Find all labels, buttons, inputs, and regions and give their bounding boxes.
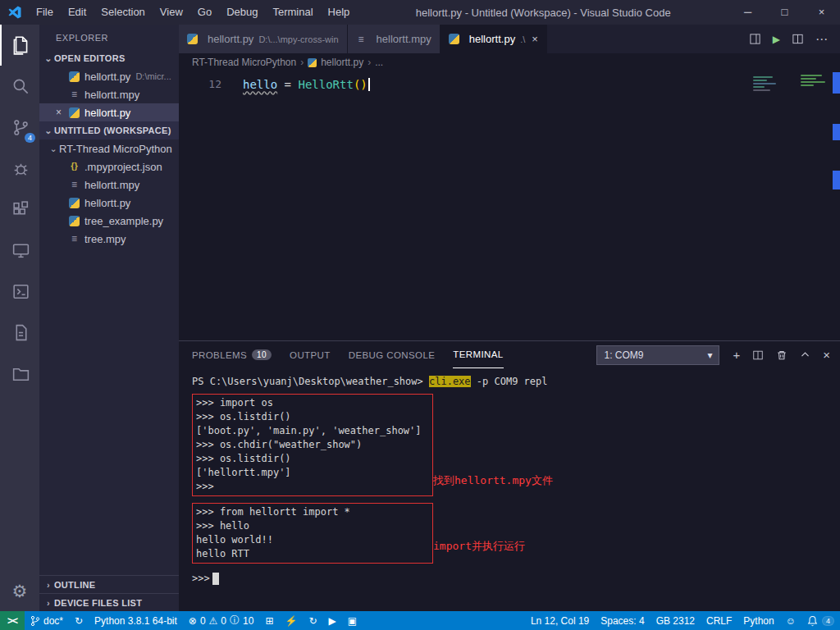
terminal-box-icon[interactable] xyxy=(0,271,39,312)
menu-go[interactable]: Go xyxy=(190,0,219,25)
open-editors-header[interactable]: ⌄ OPEN EDITORS xyxy=(39,49,179,67)
breadcrumb-symbol[interactable]: ... xyxy=(375,57,383,68)
python-file-icon xyxy=(69,107,80,118)
feedback-smiley-icon[interactable]: ☺ xyxy=(780,611,801,630)
file-hellortt-mpy[interactable]: ≡ hellortt.mpy xyxy=(39,176,179,194)
python-file-icon xyxy=(69,216,80,226)
breadcrumb-file[interactable]: hellortt.py xyxy=(321,57,363,68)
python-file-icon xyxy=(187,34,198,44)
close-icon[interactable]: × xyxy=(56,107,69,118)
menu-debug[interactable]: Debug xyxy=(219,0,265,25)
cursor-position-item[interactable]: Ln 12, Col 19 xyxy=(525,611,595,630)
workspace-header[interactable]: ⌄ UNTITLED (WORKSPACE) xyxy=(39,121,179,139)
close-icon[interactable]: × xyxy=(532,33,538,45)
git-branch-item[interactable]: doc* xyxy=(25,611,69,630)
problems-summary-item[interactable]: ⊗ 0 ⚠ 0 ⓘ 10 xyxy=(183,611,260,630)
remote-indicator[interactable]: >< xyxy=(0,611,25,630)
menu-edit[interactable]: Edit xyxy=(61,0,94,25)
warning-icon: ⚠ xyxy=(209,615,218,627)
tab-label: hellortt.py xyxy=(469,33,515,45)
run-icon[interactable]: ▶ xyxy=(323,611,342,630)
code-editor[interactable]: 12 hello = HelloRtt() xyxy=(179,71,840,340)
branch-name: doc* xyxy=(43,615,63,627)
menu-help[interactable]: Help xyxy=(321,0,358,25)
file-label: hellortt.mpy xyxy=(84,179,139,191)
run-file-icon[interactable]: ▶ xyxy=(773,34,780,45)
device-folder-icon[interactable] xyxy=(0,353,39,394)
language-mode-item[interactable]: Python xyxy=(737,611,779,630)
indentation-item[interactable]: Spaces: 4 xyxy=(595,611,650,630)
tab-terminal[interactable]: TERMINAL xyxy=(453,341,503,368)
chevron-down-icon: ▾ xyxy=(707,349,712,361)
file-label: tree.mpy xyxy=(84,233,126,245)
remote-device-icon[interactable] xyxy=(0,230,39,271)
eol-item[interactable]: CRLF xyxy=(701,611,737,630)
encoding-item[interactable]: GB 2312 xyxy=(651,611,701,630)
tab-hellortt-mpy[interactable]: ≡ hellortt.mpy xyxy=(348,25,441,53)
device-files-list-section[interactable]: › DEVICE FILES LIST xyxy=(39,593,179,611)
source-control-icon[interactable]: 4 xyxy=(0,107,39,148)
open-editor-hellortt-py-2-active[interactable]: × hellortt.py xyxy=(39,103,179,121)
open-editor-hellortt-py-1[interactable]: hellortt.py D:\micr... xyxy=(39,67,179,85)
warning-count: 0 xyxy=(221,615,226,627)
extensions-icon[interactable] xyxy=(0,189,39,230)
output-label: OUTPUT xyxy=(290,350,331,360)
maximize-button[interactable]: □ xyxy=(766,0,803,25)
open-editor-label: hellortt.mpy xyxy=(84,89,139,101)
settings-gear-icon[interactable]: ⚙ xyxy=(0,572,39,611)
close-panel-icon[interactable]: × xyxy=(823,348,830,362)
search-icon[interactable] xyxy=(0,66,39,107)
flash-download-icon[interactable]: ⚡ xyxy=(279,611,303,630)
breadcrumb-folder[interactable]: RT-Thread MicroPython xyxy=(192,57,296,68)
terminal-output[interactable]: PS C:\Users\yuanj\Desktop\weather_show> … xyxy=(179,368,840,611)
new-terminal-icon[interactable]: + xyxy=(733,348,740,362)
report-file-icon[interactable] xyxy=(0,312,39,353)
menu-file[interactable]: File xyxy=(29,0,61,25)
tab-output[interactable]: OUTPUT xyxy=(290,341,331,368)
tab-detail: D:\...\mpy-cross-win xyxy=(258,34,338,44)
tab-debug-console[interactable]: DEBUG CONSOLE xyxy=(349,341,436,368)
python-interpreter-item[interactable]: Python 3.8.1 64-bit xyxy=(89,611,183,630)
python-file-icon xyxy=(69,71,80,82)
line-number: 12 xyxy=(179,78,221,90)
file-label: tree_example.py xyxy=(84,215,163,227)
close-button[interactable]: × xyxy=(803,0,840,25)
file-hellortt-py[interactable]: hellortt.py xyxy=(39,194,179,212)
maximize-panel-icon[interactable] xyxy=(800,349,810,360)
minimap[interactable] xyxy=(753,74,827,107)
terminal-line: >>> from hellortt import * xyxy=(196,505,429,519)
file-tree-example-py[interactable]: tree_example.py xyxy=(39,212,179,230)
split-editor-icon[interactable] xyxy=(749,33,761,45)
tab-label: hellortt.py xyxy=(208,33,253,45)
file-tree-mpy[interactable]: ≡ tree.mpy xyxy=(39,230,179,248)
explorer-icon[interactable] xyxy=(0,25,39,66)
outline-section[interactable]: › OUTLINE xyxy=(39,575,179,593)
debug-icon[interactable] xyxy=(0,148,39,189)
open-editors-label: OPEN EDITORS xyxy=(54,53,126,63)
status-bar: >< doc* ↻ Python 3.8.1 64-bit ⊗ 0 ⚠ 0 ⓘ … xyxy=(0,611,840,630)
open-editor-hellortt-mpy[interactable]: ≡ hellortt.mpy xyxy=(39,85,179,103)
python-file-icon xyxy=(308,58,317,67)
more-actions-icon[interactable]: ⋯ xyxy=(815,32,829,47)
minimize-button[interactable]: ─ xyxy=(729,0,766,25)
kill-terminal-trash-icon[interactable] xyxy=(776,349,788,361)
add-device-icon[interactable]: ⊞ xyxy=(259,611,279,630)
terminal-command-line: PS C:\Users\yuanj\Desktop\weather_show> … xyxy=(192,375,840,389)
menu-terminal[interactable]: Terminal xyxy=(265,0,320,25)
tab-problems[interactable]: PROBLEMS 10 xyxy=(192,341,272,368)
stop-icon[interactable]: ▣ xyxy=(342,611,363,630)
terminal-selector[interactable]: 1: COM9 ▾ xyxy=(596,345,719,365)
menu-selection[interactable]: Selection xyxy=(94,0,152,25)
file-mpyproject-json[interactable]: {} .mpyproject.json xyxy=(39,158,179,176)
split-terminal-icon[interactable] xyxy=(752,349,764,361)
refresh-icon[interactable]: ↻ xyxy=(303,611,322,630)
chevron-down-icon: ⌄ xyxy=(48,144,59,154)
terminal-cursor xyxy=(212,573,219,585)
menu-view[interactable]: View xyxy=(153,0,190,25)
folder-rt-thread-micropython[interactable]: ⌄ RT-Thread MicroPython xyxy=(39,139,179,158)
layout-columns-icon[interactable] xyxy=(792,33,804,45)
sync-icon[interactable]: ↻ xyxy=(69,611,89,630)
tab-hellortt-py-active[interactable]: hellortt.py .\ × xyxy=(441,25,547,53)
tab-hellortt-py-crosswin[interactable]: hellortt.py D:\...\mpy-cross-win xyxy=(179,25,348,53)
notifications-bell-item[interactable]: 4 xyxy=(801,611,840,630)
